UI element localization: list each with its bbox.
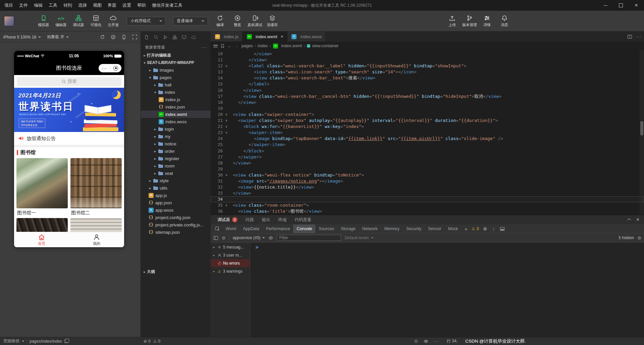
file-index-wxml[interactable]: <>index.wxml xyxy=(141,111,211,118)
code-line-16[interactable]: 16 </view> xyxy=(211,87,644,93)
console-filter-errors[interactable]: No errors xyxy=(211,259,250,267)
close-panel-icon[interactable]: × xyxy=(636,217,639,223)
library-photo-0[interactable] xyxy=(16,158,68,208)
breadcrumb-item-1[interactable]: index xyxy=(258,44,268,48)
console-context-select[interactable]: appservice (#5) xyxy=(233,235,265,240)
library-photo-1[interactable] xyxy=(70,158,122,208)
code-line-29[interactable]: 29 xyxy=(211,166,644,172)
explorer-more-icon[interactable]: ··· xyxy=(201,45,207,50)
list-icon[interactable] xyxy=(213,45,218,48)
fold-icon[interactable]: ∨ xyxy=(223,112,230,118)
code-line-17[interactable]: 17 <view class="weui-search-bar__cancel-… xyxy=(211,93,644,99)
file-sitemap-json[interactable]: {}sitemap.json xyxy=(141,228,211,236)
debugger-tab-0[interactable]: 调试器3 xyxy=(214,215,241,224)
clear-console-icon[interactable]: ⊘ xyxy=(222,235,226,240)
toolbar-action-2[interactable]: 真机调试 xyxy=(246,14,264,27)
devtools-tab-mock[interactable]: Mock xyxy=(445,224,462,233)
folder-room[interactable]: ▸room xyxy=(141,162,211,169)
code-line-13[interactable]: 13 <icon class="weui-icon-search" type="… xyxy=(211,69,644,75)
code-line-36[interactable]: 36 <view class='title'>图书馆</view> xyxy=(211,208,644,214)
editor-scrollbar[interactable] xyxy=(640,50,644,215)
split-editor-icon[interactable] xyxy=(628,35,632,39)
files-view-icon[interactable] xyxy=(144,35,149,40)
toolbar-toggle-4[interactable]: 云开发 xyxy=(105,14,122,27)
devtools-tab-performance[interactable]: Performance xyxy=(263,224,293,233)
code-line-35[interactable]: 35∨<view class="room-container"> xyxy=(211,202,644,208)
debugger-tab-4[interactable]: 代码质量 xyxy=(291,215,315,224)
devtools-settings-icon[interactable]: ⚙ xyxy=(483,226,487,231)
library-photo-partial[interactable] xyxy=(70,218,122,232)
code-editor[interactable]: 10 </view>11 </view>12∨ <label class="we… xyxy=(211,50,644,215)
toolbar-right-action-3[interactable]: 消息 xyxy=(496,14,513,27)
toolbar-right-action-0[interactable]: 上传 xyxy=(443,14,461,27)
code-line-18[interactable]: 18 </view> xyxy=(211,99,644,106)
library-photo-partial[interactable] xyxy=(16,218,68,232)
search-view-icon[interactable] xyxy=(154,35,158,40)
fold-icon[interactable]: ∨ xyxy=(223,124,230,130)
console-warning-indicator[interactable]: ⚠ 3 xyxy=(472,226,479,231)
code-line-10[interactable]: 10 </view> xyxy=(211,51,644,57)
menubar-item-9[interactable]: 帮助 xyxy=(134,0,149,11)
menubar-item-0[interactable]: 项目 xyxy=(1,0,16,11)
toolbar-action-0[interactable]: 编译 xyxy=(211,14,229,27)
code-line-22[interactable]: 22∨ <block wx:for="{{bannerList}}" wx:ke… xyxy=(211,124,644,130)
preview-view-icon[interactable] xyxy=(182,35,186,40)
collapse-panel-icon[interactable] xyxy=(627,218,631,222)
menubar-item-4[interactable]: 转到 xyxy=(60,0,75,11)
menubar-item-5[interactable]: 选择 xyxy=(75,0,90,11)
toolbar-toggle-0[interactable]: 模拟器 xyxy=(35,14,52,27)
back-icon[interactable]: ← xyxy=(227,44,232,49)
refresh-icon[interactable] xyxy=(100,34,105,40)
scrollbar-thumb[interactable] xyxy=(640,121,643,135)
fold-icon[interactable]: ∨ xyxy=(223,118,230,124)
device-frame-icon[interactable] xyxy=(121,34,126,40)
breadcrumb-item-2[interactable]: <>index.wxml xyxy=(272,44,302,49)
devtools-tab-sensor[interactable]: Sensor xyxy=(425,224,445,233)
console-settings-icon[interactable]: ⚙ xyxy=(637,235,641,240)
folder-index[interactable]: ▾index xyxy=(141,88,211,96)
library-card-0[interactable]: 图书馆一 xyxy=(16,158,68,218)
banner-swiper[interactable]: 2021年4月23日 世界读书日 WORLD BOOK AND COPYRIGH… xyxy=(14,88,124,132)
minimize-button[interactable] xyxy=(598,0,613,11)
project-section[interactable]: ▾ SEAT-LIBRARY-MINIAPP xyxy=(141,59,211,66)
code-line-31[interactable]: 31 <image src="/images/notice.png"></ima… xyxy=(211,178,644,184)
menubar-item-8[interactable]: 设置 xyxy=(119,0,134,11)
page-path-selector[interactable]: 页面路径 xyxy=(3,338,19,344)
menubar-item-1[interactable]: 文件 xyxy=(16,0,31,11)
toolbar-action-1[interactable]: 预览 xyxy=(229,14,246,27)
toolbar-toggle-2[interactable]: 调试器 xyxy=(70,14,87,27)
fold-icon[interactable]: ∨ xyxy=(223,63,230,69)
folder-register[interactable]: ▸register xyxy=(141,155,211,162)
folder-utils[interactable]: ▸utils xyxy=(141,184,211,192)
toolbar-right-action-2[interactable]: 详情 xyxy=(478,14,496,27)
folder-pages[interactable]: ▾pages xyxy=(141,74,211,81)
fold-icon[interactable]: ∨ xyxy=(223,172,230,178)
phone-tab-1[interactable]: 我的 xyxy=(69,232,124,247)
profile-icon[interactable] xyxy=(111,34,116,40)
devtools-tab-memory[interactable]: Memory xyxy=(381,224,403,233)
eye-icon[interactable] xyxy=(424,339,428,343)
bookmark-icon[interactable] xyxy=(220,44,225,48)
fold-icon[interactable]: ∨ xyxy=(223,202,230,208)
folder-style[interactable]: ▸style xyxy=(141,177,211,184)
debugger-tab-2[interactable]: 输出 xyxy=(259,215,274,224)
search-input[interactable]: 搜索 xyxy=(17,77,121,86)
menubar-item-10[interactable]: 微信开发者工具 xyxy=(149,0,185,11)
devtools-tab-sources[interactable]: Sources xyxy=(315,224,337,233)
console-filter-warnings[interactable]: ▸⚠3 warnings xyxy=(211,267,250,275)
extensions-view-icon[interactable] xyxy=(172,35,177,40)
folder-seat[interactable]: ▸seat xyxy=(141,169,211,177)
file-app-js[interactable]: JSapp.js xyxy=(141,192,211,199)
code-line-25[interactable]: 25 </swiper-item> xyxy=(211,142,644,148)
menubar-item-6[interactable]: 视图 xyxy=(90,0,105,11)
file-project-private-config-js-[interactable]: {}project.private.config.js... xyxy=(141,221,211,228)
inspect-element-icon[interactable] xyxy=(213,226,222,231)
toolbar-action-3[interactable]: 清缓存 xyxy=(264,14,281,27)
code-line-24[interactable]: 24 <image bindtap="tapBanner" data-id="{… xyxy=(211,136,644,142)
debugger-tab-1[interactable]: 问题 xyxy=(242,215,257,224)
screenshot-icon[interactable] xyxy=(132,34,137,40)
console-filter-user-messages[interactable]: ▸3 user m... xyxy=(211,251,250,259)
devtools-tab-network[interactable]: Network xyxy=(359,224,381,233)
file-app-wxss[interactable]: Sapp.wxss xyxy=(141,206,211,214)
compile-mode-select[interactable]: 普通编译 xyxy=(173,17,208,25)
